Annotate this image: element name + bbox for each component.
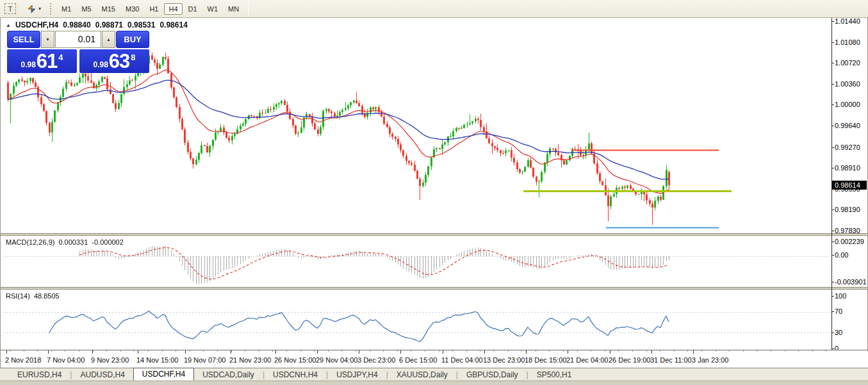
- volume-decrease-button[interactable]: ▾: [41, 31, 54, 48]
- chart-tab-eurusd-h4[interactable]: EURUSD,H4: [9, 369, 70, 381]
- chart-tab-audusd-h4[interactable]: AUDUSD,H4: [72, 369, 133, 381]
- date-major-tick: [526, 350, 527, 354]
- macd-canvas[interactable]: [3, 236, 831, 287]
- date-minor-tick: [51, 350, 52, 352]
- date-minor-tick: [646, 350, 647, 352]
- date-major-tick: [6, 350, 7, 354]
- date-minor-tick: [134, 350, 135, 352]
- chart-tab-sp500-h1[interactable]: SP500,H1: [528, 369, 580, 381]
- toolbar-grip[interactable]: [50, 3, 53, 15]
- date-minor-tick: [826, 350, 826, 352]
- arrange-charts-button[interactable]: ▾: [23, 2, 45, 15]
- date-label: 13 Dec 23:00: [483, 356, 525, 364]
- axis-tick-mark: [831, 147, 834, 148]
- axis-tick-mark: [831, 126, 834, 126]
- date-minor-tick: [521, 350, 522, 352]
- date-minor-tick: [176, 350, 176, 352]
- date-minor-tick: [439, 350, 439, 352]
- date-minor-tick: [674, 350, 675, 352]
- timeframe-button-MN[interactable]: MN: [224, 3, 243, 15]
- collapse-panel-icon[interactable]: ▲: [6, 22, 11, 28]
- price-tick-label: 1.01080: [835, 38, 860, 46]
- date-minor-tick: [812, 350, 813, 352]
- text-tool-button[interactable]: T: [3, 2, 18, 15]
- chart-tab-bar: EURUSD,H4|AUDUSD,H4USDCHF,H4USDCAD,Daily…: [0, 368, 868, 385]
- price-tick-label: 0.99640: [835, 122, 860, 129]
- date-major-tick: [231, 350, 231, 354]
- panel-splitter[interactable]: [1, 233, 868, 236]
- date-major-tick: [693, 350, 694, 354]
- price-tick-label: 0.97830: [835, 227, 860, 234]
- chart-tab-xauusd-daily[interactable]: XAUUSD,Daily: [388, 369, 456, 381]
- date-minor-tick: [466, 350, 467, 352]
- timeframe-button-M30[interactable]: M30: [121, 3, 143, 15]
- date-major-tick: [92, 350, 93, 354]
- one-click-trading-panel: SELL ▾ 0.01 ▴ BUY 0.98 61 4 0.98 63 8: [7, 31, 149, 73]
- timeframe-button-W1[interactable]: W1: [203, 3, 223, 15]
- date-minor-tick: [632, 350, 633, 352]
- chart-tab-gbpusd-daily[interactable]: GBPUSD,Daily: [458, 369, 527, 381]
- date-label: 26 Dec 19:00: [609, 356, 650, 364]
- sell-quote-box[interactable]: 0.98 61 4: [7, 49, 77, 73]
- date-minor-tick: [37, 350, 38, 352]
- date-label: 14 Nov 15:00: [136, 356, 178, 364]
- date-major-tick: [484, 350, 485, 354]
- macd-tick-label: 0.00: [835, 251, 848, 259]
- timeframe-button-H1[interactable]: H1: [145, 3, 163, 15]
- price-tick-label: 0.98910: [835, 164, 860, 172]
- axis-tick-mark: [831, 21, 834, 22]
- date-axis[interactable]: 2 Nov 20187 Nov 04:009 Nov 23:0014 Nov 1…: [1, 350, 868, 368]
- buy-price-pip: 8: [131, 53, 135, 62]
- sell-button[interactable]: SELL: [7, 31, 40, 48]
- ohlc-open: 0.98840: [63, 20, 90, 29]
- date-label: 6 Dec 15:00: [399, 356, 437, 364]
- buy-quote-box[interactable]: 0.98 63 8: [79, 49, 149, 73]
- timeframe-group: M1M5M15M30H1H4D1W1MN: [56, 0, 244, 18]
- rsi-canvas[interactable]: [3, 290, 831, 350]
- current-price-box: 0.98614: [832, 181, 867, 190]
- price-tick-label: 1.00360: [835, 80, 860, 88]
- axis-tick-mark: [831, 282, 834, 283]
- buy-button[interactable]: BUY: [116, 31, 149, 48]
- chart-tab-usdcnh-h4[interactable]: USDCNH,H4: [265, 369, 326, 381]
- timeframe-button-M1[interactable]: M1: [57, 3, 76, 15]
- panel-splitter[interactable]: [1, 287, 868, 290]
- price-tick-label: 1.00000: [835, 101, 860, 108]
- timeframe-button-D1[interactable]: D1: [184, 3, 202, 15]
- price-tick-label: 1.01440: [835, 17, 860, 25]
- macd-value-2: -0.000002: [92, 238, 124, 246]
- volume-increase-button[interactable]: ▴: [102, 31, 115, 48]
- axis-tick-mark: [831, 104, 834, 105]
- axis-tick-mark: [831, 255, 834, 256]
- date-minor-tick: [549, 350, 550, 352]
- date-minor-tick: [203, 350, 204, 352]
- chart-tab-usdjpy-h4[interactable]: USDJPY,H4: [328, 369, 386, 381]
- axis-tick-mark: [831, 84, 834, 85]
- buy-price-big: 63: [109, 52, 129, 71]
- date-label: 29 Nov 04:00: [316, 356, 357, 364]
- date-major-tick: [651, 350, 652, 354]
- timeframe-button-M5[interactable]: M5: [77, 3, 95, 15]
- ohlc-low: 0.98531: [127, 20, 155, 29]
- date-minor-tick: [341, 350, 342, 352]
- date-major-tick: [317, 350, 318, 354]
- timeframe-button-M15[interactable]: M15: [97, 3, 120, 15]
- axis-tick-mark: [831, 168, 834, 168]
- toolbar-separator: [248, 3, 249, 15]
- chart-tab-usdcad-daily[interactable]: USDCAD,Daily: [194, 369, 263, 381]
- chart-ohlc-header: ▲ USDCHF,H4 0.98840 0.98871 0.98531 0.98…: [6, 20, 188, 29]
- date-minor-tick: [190, 350, 190, 352]
- date-minor-tick: [536, 350, 536, 352]
- date-minor-tick: [729, 350, 730, 352]
- date-minor-tick: [798, 350, 799, 352]
- date-major-tick: [568, 350, 568, 354]
- date-label: 3 Dec 23:00: [357, 356, 395, 364]
- rsi-label: RSI(14): [6, 292, 30, 300]
- chart-tab-usdchf-h4[interactable]: USDCHF,H4: [133, 368, 194, 381]
- date-minor-tick: [701, 350, 702, 352]
- rsi-header: RSI(14) 48.8505: [6, 292, 60, 300]
- date-minor-tick: [480, 350, 480, 352]
- sell-price-pip: 4: [58, 53, 63, 62]
- volume-input[interactable]: 0.01: [55, 31, 101, 48]
- timeframe-button-H4[interactable]: H4: [164, 3, 182, 15]
